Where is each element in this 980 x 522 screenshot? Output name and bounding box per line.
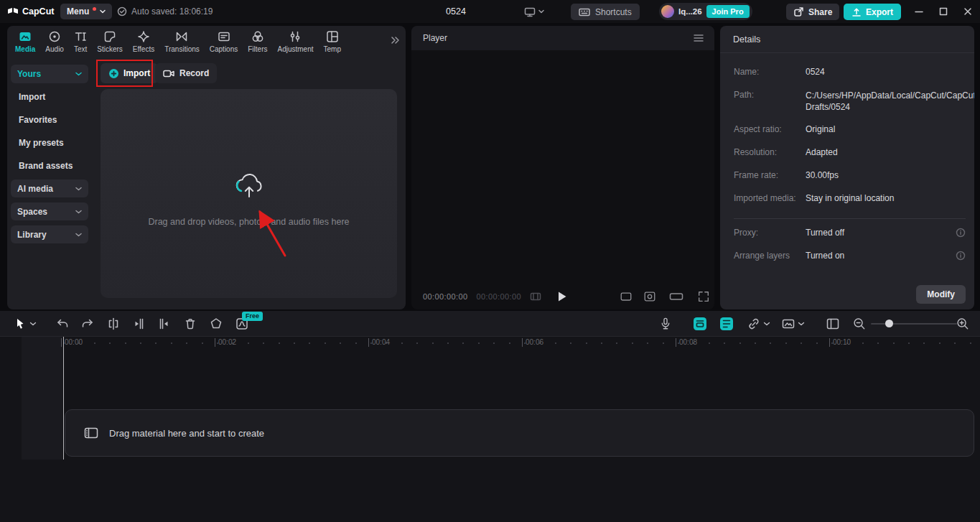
link-icon[interactable]	[747, 317, 761, 331]
capcut-app: CapCut Menu Auto saved: 18:06:19 0524 Sh…	[0, 0, 980, 522]
titlebar: CapCut Menu Auto saved: 18:06:19 0524 Sh…	[0, 0, 980, 23]
fullscreen-icon[interactable]	[697, 290, 710, 303]
expand-tabs-button[interactable]	[390, 35, 403, 48]
text-icon	[74, 30, 87, 43]
cover-icon[interactable]	[781, 317, 795, 331]
export-button[interactable]: Export	[844, 4, 901, 20]
playhead[interactable]	[63, 337, 64, 460]
details-row-aspect-ratio: Aspect ratio: Original	[720, 124, 974, 139]
tab-effects[interactable]: Effects	[128, 26, 159, 57]
film-icon	[84, 426, 98, 440]
link-chevron-icon[interactable]	[764, 322, 770, 326]
export-icon	[851, 7, 862, 17]
details-header: Details	[720, 26, 974, 53]
sidebar-item-brand-assets[interactable]: Brand assets	[19, 159, 73, 173]
details-row-name: Name: 0524	[720, 67, 974, 81]
transitions-icon	[175, 30, 188, 43]
sidebar-item-favorites[interactable]: Favorites	[19, 113, 57, 127]
filters-icon	[251, 30, 264, 43]
record-button[interactable]: Record	[155, 63, 217, 83]
select-tool-chevron-icon[interactable]	[30, 322, 37, 326]
modify-button[interactable]: Modify	[916, 285, 966, 304]
select-tool-icon[interactable]	[14, 317, 27, 330]
minimize-button[interactable]	[907, 0, 931, 23]
preview-window-icon[interactable]	[669, 290, 683, 303]
window-controls	[907, 0, 980, 23]
sidebar-item-yours[interactable]: Yours	[11, 65, 88, 83]
empty-track-dropzone[interactable]: Drag material here and start to create	[65, 409, 974, 457]
info-icon[interactable]	[956, 251, 966, 261]
join-pro-button[interactable]: Join Pro	[706, 5, 750, 18]
cover-chevron-icon[interactable]	[798, 322, 805, 326]
fit-to-screen-icon[interactable]	[643, 290, 656, 303]
maximize-button[interactable]	[931, 0, 956, 23]
details-row-arrange-layers: Arrange layers Turned on	[720, 251, 974, 265]
player-header: Player	[411, 26, 714, 50]
timeline-zoom-knob[interactable]	[885, 320, 893, 327]
play-button[interactable]	[557, 291, 567, 302]
tab-templates[interactable]: Temp	[319, 26, 346, 57]
media-icon	[19, 30, 32, 43]
zoom-out-icon[interactable]	[853, 317, 867, 330]
sidebar-item-spaces[interactable]: Spaces	[11, 202, 88, 220]
player-menu-icon[interactable]	[693, 33, 704, 43]
ruler-label: 00:08	[676, 338, 697, 347]
delete-right-icon[interactable]	[158, 317, 171, 330]
capcut-logo-icon	[7, 6, 19, 17]
player-title: Player	[423, 33, 447, 43]
redo-icon[interactable]	[80, 317, 95, 330]
sidebar-item-import[interactable]: Import	[19, 90, 45, 104]
shortcuts-button[interactable]: Shortcuts	[571, 4, 640, 20]
sidebar-item-library[interactable]: Library	[11, 225, 88, 243]
tab-adjustment[interactable]: Adjustment	[272, 26, 318, 57]
captions-icon	[218, 30, 230, 43]
voiceover-mic-icon[interactable]	[659, 317, 672, 331]
close-button[interactable]	[956, 0, 980, 23]
app-title: CapCut	[22, 6, 54, 17]
player-panel: Player 00:00:00:00 00:00:00:00	[411, 26, 714, 309]
sidebar-item-my-presets[interactable]: My presets	[19, 136, 64, 150]
tab-media[interactable]: Media	[10, 26, 40, 57]
delete-icon[interactable]	[184, 317, 197, 330]
media-tabs: Media Audio Text Stickers Effects Transi…	[7, 26, 390, 57]
notification-dot	[93, 7, 96, 11]
tab-filters[interactable]: Filters	[243, 26, 272, 57]
templates-icon	[326, 30, 339, 43]
info-icon[interactable]	[956, 228, 966, 238]
media-sidebar: Yours Import Favorites My presets Brand …	[7, 57, 92, 309]
mask-icon[interactable]	[210, 317, 223, 330]
player-controls: 00:00:00:00 00:00:00:00	[411, 284, 714, 309]
timecode-total: 00:00:00:00	[477, 292, 522, 301]
share-button[interactable]: Share	[786, 4, 839, 20]
sidebar-item-ai-media[interactable]: AI media	[11, 180, 88, 197]
details-row-resolution: Resolution: Adapted	[720, 147, 974, 162]
tab-text[interactable]: Text	[69, 26, 92, 57]
divider	[734, 218, 966, 219]
preview-axis-icon[interactable]	[826, 317, 840, 331]
zoom-in-icon[interactable]	[956, 317, 970, 330]
ruler-label: 00:04	[368, 338, 390, 347]
undo-icon[interactable]	[55, 317, 70, 330]
timeline: 00:00 00:02 00:04 00:06 00:08 00:10 Drag…	[0, 337, 980, 522]
time-ruler[interactable]: 00:00 00:02 00:04 00:06 00:08 00:10	[0, 337, 980, 350]
frame-preview-icon[interactable]	[530, 292, 541, 302]
timeline-zoom-slider[interactable]	[871, 323, 957, 325]
tab-stickers[interactable]: Stickers	[92, 26, 128, 57]
tab-captions[interactable]: Captions	[205, 26, 243, 57]
display-mode-button[interactable]	[524, 0, 544, 23]
menu-button[interactable]: Menu	[60, 4, 112, 19]
double-chevron-right-icon	[390, 35, 400, 45]
aspect-ratio-icon[interactable]	[620, 290, 633, 303]
import-button[interactable]: Import	[101, 63, 158, 83]
tab-transitions[interactable]: Transitions	[159, 26, 205, 57]
user-account-chip[interactable]: Iq...26 Join Pro	[659, 3, 752, 20]
delete-left-icon[interactable]	[132, 317, 145, 330]
main-track-magnet-toggle-icon[interactable]	[693, 317, 707, 331]
tab-audio[interactable]: Audio	[40, 26, 69, 57]
ruler-label: 00:00	[61, 338, 83, 347]
auto-snap-toggle-icon[interactable]	[719, 317, 734, 331]
split-icon[interactable]	[107, 317, 120, 330]
media-dropzone[interactable]: Drag and drop videos, photos, and audio …	[101, 89, 397, 298]
media-content: Import Record Drag and drop videos, phot…	[92, 57, 406, 309]
chevron-down-icon	[75, 187, 82, 191]
